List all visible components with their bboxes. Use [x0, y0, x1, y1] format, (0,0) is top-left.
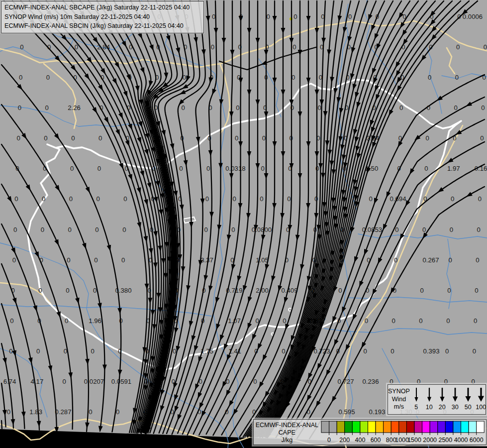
streamline-arrowhead	[351, 47, 356, 54]
station-zero: 0	[428, 74, 431, 81]
station-zero: 0	[66, 287, 69, 294]
title-line-wind: SYNOP Wind (m/s) 10m Saturday 22-11-2025…	[4, 12, 200, 22]
cape-swatch	[383, 421, 391, 433]
station-zero: 0	[98, 134, 102, 142]
cape-swatch	[329, 421, 337, 433]
streamline-arrowhead	[92, 107, 97, 113]
cape-swatch	[422, 421, 430, 433]
station-zero: 0	[44, 134, 47, 142]
streamline-arrowhead	[371, 25, 376, 31]
streamline-arrowhead	[21, 133, 27, 139]
cape-tick-label: 0	[327, 437, 331, 444]
streamline-arrowhead	[247, 90, 252, 96]
wind-streamline	[213, 1, 292, 435]
streamline-arrowhead	[107, 245, 111, 251]
streamline-arrowhead	[243, 285, 247, 292]
station-zero: 0	[292, 43, 296, 51]
station-zero: 0	[212, 13, 215, 20]
streamline-arrowhead	[128, 174, 132, 180]
station-zero: 0	[261, 165, 265, 172]
streamline-arrowhead	[281, 28, 286, 34]
station-zero: 0	[68, 226, 72, 233]
streamline-arrowhead	[184, 160, 188, 167]
streamline-arrowhead	[375, 33, 379, 40]
wind-streamline	[276, 75, 485, 438]
station-value: 2.00	[256, 287, 269, 294]
cape-swatch	[321, 421, 329, 433]
station-zero: 0	[70, 165, 74, 172]
cape-tick-label: 600	[370, 437, 381, 444]
station-zero: 0	[211, 43, 214, 51]
station-value: 0.0591	[111, 378, 131, 385]
streamline-arrowhead	[456, 130, 462, 135]
streamline-arrowhead	[373, 289, 377, 295]
streamline-arrowhead	[350, 227, 355, 233]
streamline-arrowhead	[342, 307, 346, 313]
river-line	[259, 59, 281, 117]
station-zero: 0	[235, 134, 238, 142]
cape-legend-title-block: ECMWF-INDEX-ANAL CAPE J/kg	[254, 420, 320, 445]
streamline-arrowhead	[206, 16, 210, 22]
station-zero: 0	[182, 104, 185, 112]
river-line	[0, 39, 74, 60]
station-zero: 0	[365, 317, 368, 325]
wind-speed-label: 50	[465, 404, 472, 411]
streamline-arrowhead	[227, 234, 231, 240]
streamline-arrowhead	[389, 110, 393, 116]
streamline-arrowhead	[306, 78, 311, 84]
streamline-arrowhead	[149, 44, 153, 51]
station-zero: 0	[91, 347, 95, 355]
wind-streamline	[240, 1, 317, 437]
streamline-arrowhead	[140, 67, 145, 74]
station-value: 1.83	[29, 408, 42, 416]
streamline-arrowhead	[247, 28, 252, 34]
wind-arrow-icon	[423, 387, 435, 403]
station-zero: 0	[260, 195, 263, 203]
streamline-arrowhead	[157, 293, 161, 299]
streamline-arrowhead	[97, 303, 102, 309]
station-zero: 0	[426, 134, 429, 142]
station-zero: 0	[419, 317, 422, 325]
streamline-arrowhead	[229, 400, 234, 407]
streamline-arrowhead	[192, 336, 196, 342]
wind-speed-item: 10	[423, 387, 436, 411]
wind-speed-label: 100	[476, 404, 486, 411]
station-zero: 0	[262, 134, 266, 142]
streamline-arrowhead	[298, 173, 302, 179]
streamline-arrowhead	[122, 41, 127, 47]
station-value: 0.0207	[84, 378, 104, 385]
streamline-arrowhead	[423, 232, 428, 239]
station-zero: 0	[205, 195, 209, 203]
streamline-arrowhead	[261, 234, 266, 241]
streamline-arrowhead	[212, 89, 216, 95]
station-value: 0.0006	[463, 13, 483, 20]
station-zero: 0	[46, 74, 50, 81]
station-value: 2.26	[68, 104, 81, 112]
station-zero: 0	[42, 195, 45, 203]
streamline-arrowhead	[194, 345, 198, 352]
station-zero: 0	[318, 104, 321, 112]
streamline-arrowhead	[298, 112, 302, 117]
streamline-arrowhead	[383, 224, 388, 230]
cape-swatch	[437, 421, 445, 433]
cape-legend: ECMWF-INDEX-ANAL CAPE J/kg 0200400600800…	[253, 419, 487, 445]
streamline-arrowhead	[280, 213, 285, 219]
streamline-arrowhead	[353, 129, 358, 135]
station-zero: 0	[282, 347, 285, 355]
station-zero: 0	[122, 226, 126, 233]
streamline-arrowhead	[466, 192, 473, 197]
station-value: 1.97	[447, 165, 460, 172]
streamline-arrowhead	[186, 285, 191, 291]
station-zero: 0	[14, 195, 18, 203]
streamline-arrowhead	[256, 163, 260, 169]
streamline-arrowhead	[175, 406, 179, 412]
wind-streamline	[1, 383, 6, 427]
streamline-arrowhead	[258, 343, 262, 350]
streamline-arrowhead	[409, 168, 414, 175]
station-zero: 0	[450, 226, 453, 233]
streamline-arrowhead	[128, 123, 132, 130]
station-zero: 0	[19, 74, 22, 81]
streamline-arrowhead	[201, 411, 206, 417]
wind-speed-item: 50	[462, 387, 475, 411]
streamline-arrowhead	[55, 185, 60, 192]
